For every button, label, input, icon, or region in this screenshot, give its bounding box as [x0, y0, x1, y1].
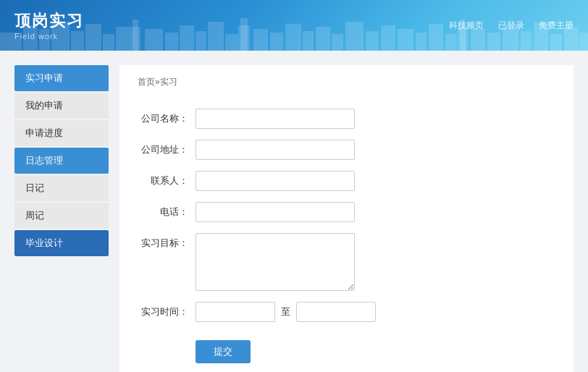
goal-textarea[interactable]	[196, 233, 355, 291]
phone-label: 电话：	[138, 202, 196, 219]
svg-rect-19	[270, 33, 283, 51]
sidebar-item-apply-progress[interactable]: 申请进度	[14, 120, 109, 146]
svg-rect-17	[238, 25, 250, 51]
svg-rect-25	[366, 31, 379, 51]
svg-rect-12	[180, 25, 194, 51]
svg-rect-24	[345, 22, 364, 51]
content-area: 首页»实习 公司名称： 公司地址： 联系人： 电话：	[119, 65, 574, 372]
time-row: 实习时间： 至	[138, 302, 555, 322]
svg-rect-10	[145, 29, 163, 51]
submit-button[interactable]: 提交	[196, 340, 251, 363]
svg-rect-22	[316, 27, 330, 51]
internship-form: 公司名称： 公司地址： 联系人： 电话： 实习目标：	[138, 109, 555, 363]
company-address-input[interactable]	[196, 140, 355, 160]
svg-rect-23	[332, 34, 343, 51]
phone-row: 电话：	[138, 202, 555, 222]
svg-rect-33	[471, 29, 485, 51]
svg-rect-36	[521, 31, 532, 51]
svg-rect-26	[381, 25, 395, 51]
svg-rect-11	[165, 33, 178, 51]
time-label: 实习时间：	[138, 302, 196, 318]
svg-rect-27	[398, 29, 413, 51]
svg-rect-14	[208, 22, 224, 51]
sidebar: 实习申请 我的申请 申请进度 日志管理 日记 周记 毕业设计	[14, 65, 109, 372]
company-name-label: 公司名称：	[138, 109, 196, 125]
svg-rect-20	[285, 24, 301, 51]
company-address-label: 公司地址：	[138, 140, 196, 156]
svg-rect-13	[196, 31, 206, 51]
main-wrapper: 实习申请 我的申请 申请进度 日志管理 日记 周记 毕业设计 首页»实习 公司名…	[0, 51, 588, 372]
company-name-row: 公司名称：	[138, 109, 555, 129]
svg-rect-15	[225, 34, 238, 51]
logo-title-cn: 顶岗实习	[14, 10, 84, 32]
home-nav-link[interactable]: 科技频页	[449, 20, 484, 32]
sidebar-item-log-manage[interactable]: 日志管理	[14, 148, 109, 174]
logo: 顶岗实习 Field work	[14, 10, 84, 41]
sidebar-item-internship-apply[interactable]: 实习申请	[14, 65, 109, 91]
svg-rect-28	[416, 33, 427, 51]
login-nav-link[interactable]: 已登录	[498, 20, 524, 32]
submit-row: 提交	[138, 333, 555, 363]
sidebar-item-my-apply[interactable]: 我的申请	[14, 93, 109, 119]
svg-rect-21	[303, 31, 314, 51]
sidebar-item-graduation[interactable]: 毕业设计	[14, 230, 109, 256]
header-nav: 科技频页 已登录 免费主册	[449, 20, 574, 32]
contact-row: 联系人：	[138, 171, 555, 191]
logo-title-en: Field work	[14, 32, 84, 41]
register-nav-link[interactable]: 免费主册	[539, 20, 574, 32]
company-name-input[interactable]	[196, 109, 355, 129]
svg-rect-29	[429, 24, 443, 51]
svg-rect-18	[253, 29, 268, 51]
sidebar-item-weekly[interactable]: 周记	[14, 203, 109, 229]
time-start-input[interactable]	[196, 302, 275, 322]
contact-label: 联系人：	[138, 171, 196, 187]
svg-rect-38	[550, 34, 562, 51]
svg-rect-40	[579, 33, 588, 51]
time-end-input[interactable]	[296, 302, 376, 322]
time-separator: 至	[281, 305, 290, 318]
svg-rect-6	[103, 34, 114, 51]
company-address-row: 公司地址：	[138, 140, 555, 160]
phone-input[interactable]	[196, 202, 355, 222]
goal-row: 实习目标：	[138, 233, 555, 291]
svg-rect-30	[445, 34, 457, 51]
svg-rect-7	[116, 27, 130, 51]
breadcrumb: 首页»实习	[138, 76, 555, 94]
sidebar-item-diary[interactable]: 日记	[14, 175, 109, 201]
svg-rect-9	[130, 27, 140, 51]
svg-rect-34	[487, 33, 500, 51]
contact-input[interactable]	[196, 171, 355, 191]
time-inputs: 至	[196, 302, 376, 322]
svg-rect-5	[85, 24, 101, 51]
goal-label: 实习目标：	[138, 233, 196, 250]
header: 顶岗实习 Field work 科技频页 已登录 免费主册	[0, 0, 588, 51]
